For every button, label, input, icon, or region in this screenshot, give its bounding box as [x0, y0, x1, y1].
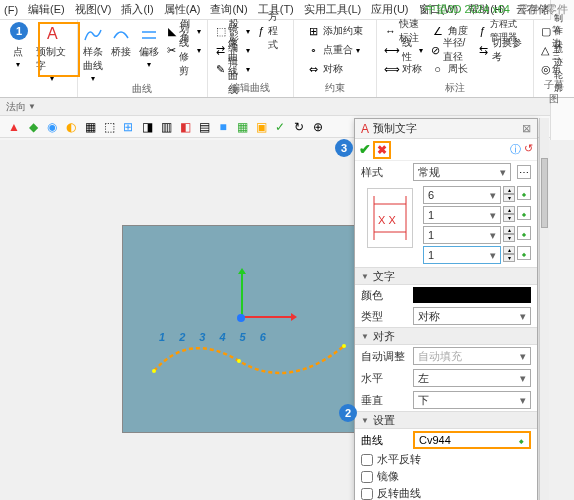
tb-icon[interactable]: ▦	[234, 119, 250, 135]
curve-numbers: 123456	[159, 331, 266, 343]
menu-edit[interactable]: 编辑(E)	[28, 2, 65, 17]
menu-attr[interactable]: 属性(A)	[164, 2, 201, 17]
ribbon-perimeter[interactable]: ○周长	[429, 60, 472, 78]
panel-icon: A	[361, 122, 369, 136]
type-label: 类型	[361, 309, 409, 324]
type-select[interactable]: 对称	[413, 307, 531, 325]
spin-1a[interactable]: 1	[423, 206, 501, 224]
svg-point-1	[237, 359, 241, 363]
chk-mirror[interactable]	[361, 471, 373, 483]
picker-icon[interactable]: ⬥	[517, 246, 531, 260]
font-preview: X X	[367, 188, 413, 248]
tb-icon[interactable]: ◆	[25, 119, 41, 135]
menu-app[interactable]: 应用(U)	[371, 2, 408, 17]
tb-icon[interactable]: ▤	[196, 119, 212, 135]
menu-insert[interactable]: 插入(I)	[121, 2, 153, 17]
chk-revcurve[interactable]	[361, 488, 373, 500]
ribbon-symmetric[interactable]: ⇔对称	[304, 60, 365, 78]
ribbon-edit-curve[interactable]: ✎编辑曲线▾	[214, 60, 252, 78]
svg-point-0	[152, 369, 156, 373]
ribbon-offset[interactable]: 偏移▾	[137, 22, 161, 71]
menu-util[interactable]: 实用工具(L)	[304, 2, 361, 17]
picker-icon[interactable]: ⬥	[517, 186, 531, 200]
cancel-icon[interactable]: ✖	[373, 141, 391, 159]
ribbon-equation[interactable]: ƒ方程式	[256, 22, 287, 40]
ribbon-track[interactable]: ◎轨迹轮廓	[539, 60, 569, 78]
tb-icon[interactable]: ↻	[291, 119, 307, 135]
svg-text:X X: X X	[378, 214, 396, 226]
auto-label: 自动调整	[361, 349, 409, 364]
ribbon-pretext[interactable]: A预制文字▾	[34, 22, 71, 85]
picker-icon[interactable]: ⬥	[517, 206, 531, 220]
callout-1: 1	[10, 22, 28, 40]
ribbon-add-constraint[interactable]: ⊞添加约束	[304, 22, 365, 40]
confirm-icon[interactable]: ✔	[359, 141, 371, 159]
section-position[interactable]: 设置 2	[355, 411, 537, 429]
title-right: 中望3D 2024 x64 零件 [零件	[425, 2, 568, 17]
sub-bar[interactable]: 法向	[0, 98, 574, 116]
spin-6[interactable]: 6	[423, 186, 501, 204]
tb-icon[interactable]: ▥	[158, 119, 174, 135]
info-icon[interactable]: ⓘ	[510, 142, 521, 157]
tb-icon[interactable]: ▣	[253, 119, 269, 135]
panel-header: A 预制文字 ⊠	[355, 119, 537, 139]
tb-icon[interactable]: ◨	[139, 119, 155, 135]
tb-icon[interactable]: ■	[215, 119, 231, 135]
spin-1c[interactable]: 1	[423, 246, 501, 264]
ribbon-trim[interactable]: ✂划线修剪▾	[165, 41, 203, 59]
curve-label: 曲线	[361, 433, 409, 448]
property-panel: A 预制文字 ⊠ ✔ ✖ ⓘ ↺ 3 样式 常规 ⋯ X X 6▴▾⬥ 1▴▾⬥	[354, 118, 538, 500]
ribbon-spline[interactable]: 样条曲线▾	[81, 22, 105, 85]
tb-icon[interactable]: ⬚	[101, 119, 117, 135]
tb-icon[interactable]: ✓	[272, 119, 288, 135]
ribbon-radius[interactable]: ⊘半径/直径	[429, 41, 472, 59]
panel-close-icon[interactable]: ⊠	[522, 122, 531, 135]
ribbon-sym[interactable]: ⟺对称	[383, 60, 425, 78]
menu-query[interactable]: 查询(N)	[210, 2, 247, 17]
ribbon-toggle-ref[interactable]: ⇆切换参考	[476, 41, 527, 59]
vert-select[interactable]: 下	[413, 391, 531, 409]
menu-view[interactable]: 视图(V)	[75, 2, 112, 17]
tb-icon[interactable]: ▲	[6, 119, 22, 135]
section-align[interactable]: 对齐	[355, 327, 537, 345]
axis-x	[241, 316, 291, 318]
style-select[interactable]: 常规	[413, 163, 511, 181]
spin-1b[interactable]: 1	[423, 226, 501, 244]
style-edit-icon[interactable]: ⋯	[517, 165, 531, 179]
ribbon: ·点▾ A预制文字▾ 样条曲线▾ 桥接 偏移▾ ◣倒角▾ ✂划线修剪▾ 曲线 ⬚…	[0, 20, 574, 98]
style-label: 样式	[361, 165, 409, 180]
chk-hflip[interactable]	[361, 454, 373, 466]
panel-title: 预制文字	[373, 121, 518, 136]
scroll-thumb[interactable]	[541, 158, 548, 228]
picker-icon[interactable]: ⬥	[517, 226, 531, 240]
horiz-select[interactable]: 左	[413, 369, 531, 387]
viewport-3d[interactable]: 123456	[122, 225, 355, 433]
tb-icon[interactable]: ◐	[63, 119, 79, 135]
axis-y	[241, 274, 243, 318]
axis-z	[237, 314, 245, 322]
color-label: 颜色	[361, 288, 409, 303]
ribbon-bridge[interactable]: 桥接	[109, 22, 133, 61]
tb-icon[interactable]: ◧	[177, 119, 193, 135]
tb-icon[interactable]: ▦	[82, 119, 98, 135]
section-text[interactable]: 文字	[355, 267, 537, 285]
menu-file[interactable]: (F)	[4, 4, 18, 16]
color-swatch[interactable]	[413, 287, 531, 303]
scrollbar[interactable]	[539, 118, 549, 500]
panel-actions: ✔ ✖ ⓘ ↺	[355, 139, 537, 161]
curve-input[interactable]: Cv944⬥	[413, 431, 531, 449]
svg-point-2	[342, 344, 346, 348]
tb-icon[interactable]: ⊕	[310, 119, 326, 135]
ribbon-coincident[interactable]: ∘点重合▾	[304, 41, 365, 59]
ribbon-linear[interactable]: ⟷线性▾	[383, 41, 425, 59]
callout-3: 3	[335, 139, 353, 157]
auto-select[interactable]: 自动填充	[413, 347, 531, 365]
horiz-label: 水平	[361, 371, 409, 386]
reset-icon[interactable]: ↺	[524, 142, 533, 157]
tb-icon[interactable]: ◉	[44, 119, 60, 135]
tb-icon[interactable]: ⊞	[120, 119, 136, 135]
callout-2: 2	[339, 404, 357, 422]
vert-label: 垂直	[361, 393, 409, 408]
